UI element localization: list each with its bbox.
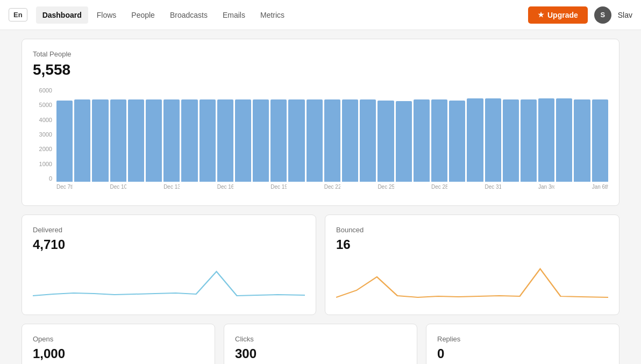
x-label-14 [307,184,323,190]
delivered-card: Delivered 4,710 [22,215,316,315]
bar-2[interactable] [92,99,108,182]
y-axis-label: 3000 [33,131,52,138]
total-people-label: Total People [33,50,608,58]
delivered-chart [33,261,305,304]
x-label-7 [181,184,197,190]
bar-10[interactable] [235,99,251,182]
delivered-label: Delivered [33,226,305,234]
upgrade-button[interactable]: ★ Upgrade [528,6,588,24]
x-label-8 [200,184,216,190]
bounced-chart [336,261,608,304]
x-label-4 [128,184,144,190]
x-label-19 [396,184,412,190]
avatar-name: Slav [618,11,632,19]
x-label-1 [74,184,90,190]
x-label-28 [556,184,572,190]
x-label-26 [521,184,537,190]
x-label-29 [574,184,590,190]
x-label-9: Dec 16th [217,184,233,190]
x-label-17 [360,184,376,190]
bar-3[interactable] [110,99,126,182]
x-label-5 [146,184,162,190]
bars-and-labels: Dec 7thDec 10thDec 13thDec 16thDec 19thD… [56,87,608,195]
bar-14[interactable] [307,99,323,182]
bar-4[interactable] [128,99,144,182]
bounced-card: Bounced 16 [325,215,619,315]
x-label-18: Dec 25th [378,184,394,190]
replies-label: Replies [437,335,608,343]
clicks-card: Clicks 300 [224,324,417,364]
x-label-22 [449,184,465,190]
x-label-12: Dec 19th [270,184,287,190]
star-icon: ★ [538,11,544,19]
bar-8[interactable] [200,99,216,182]
y-axis-label: 0 [33,175,52,182]
top-nav: En Dashboard Flows People Broadcasts Ema… [0,0,641,30]
delivered-value: 4,710 [33,237,305,252]
metrics-row-1: Delivered 4,710 Bounced 16 [22,215,619,324]
bar-0[interactable] [56,101,73,182]
bar-22[interactable] [449,101,465,182]
x-label-10 [235,184,251,190]
x-label-2 [92,184,108,190]
bounced-value: 16 [336,237,608,252]
bar-20[interactable] [414,99,430,182]
bar-1[interactable] [74,99,90,182]
total-people-card: Total People 5,558 010002000300040005000… [22,39,619,206]
total-people-value: 5,558 [33,61,608,78]
bar-16[interactable] [342,99,358,182]
bar-19[interactable] [396,101,412,182]
bar-9[interactable] [217,99,233,182]
bar-29[interactable] [574,99,590,182]
bar-25[interactable] [503,99,519,182]
bar-23[interactable] [467,98,483,182]
x-label-11 [253,184,269,190]
x-label-15: Dec 22nd [324,184,340,190]
avatar: S [594,6,611,24]
x-label-16 [342,184,358,190]
replies-value: 0 [437,346,608,361]
nav-item-dashboard[interactable]: Dashboard [36,6,88,24]
nav-items: Dashboard Flows People Broadcasts Emails… [36,6,528,24]
bar-26[interactable] [521,99,537,182]
replies-card: Replies 0 [426,324,619,364]
nav-item-metrics[interactable]: Metrics [254,6,291,24]
y-axis-label: 6000 [33,87,52,94]
bar-5[interactable] [146,99,162,182]
bar-13[interactable] [288,99,304,182]
language-selector[interactable]: En [9,8,27,22]
nav-item-people[interactable]: People [125,6,161,24]
x-label-3: Dec 10th [110,184,126,190]
bar-21[interactable] [431,99,447,182]
x-label-6: Dec 13th [163,184,180,190]
y-axis-label: 2000 [33,146,52,152]
y-axis-label: 4000 [33,117,52,123]
bar-24[interactable] [485,98,501,182]
nav-item-emails[interactable]: Emails [216,6,252,24]
bar-17[interactable] [360,99,376,182]
bar-6[interactable] [163,99,180,182]
bar-28[interactable] [556,98,572,182]
nav-item-flows[interactable]: Flows [90,6,123,24]
opens-value: 1,000 [33,346,204,361]
bar-11[interactable] [253,99,269,182]
x-label-20 [414,184,430,190]
y-axis: 0100020003000400050006000 [33,87,52,195]
bar-27[interactable] [538,98,554,182]
opens-card: Opens 1,000 [22,324,215,364]
nav-item-broadcasts[interactable]: Broadcasts [163,6,214,24]
x-label-23 [467,184,483,190]
x-label-24: Dec 31st [485,184,501,190]
bar-30[interactable] [592,99,608,182]
bar-15[interactable] [324,99,340,182]
metrics-row-2: Opens 1,000 Clicks 300 Replies 0 [22,324,619,364]
bar-18[interactable] [378,101,394,182]
bar-12[interactable] [270,99,287,182]
x-labels: Dec 7thDec 10thDec 13thDec 16thDec 19thD… [56,184,608,190]
clicks-value: 300 [235,346,406,361]
x-label-13 [288,184,304,190]
y-axis-label: 5000 [33,102,52,108]
clicks-label: Clicks [235,335,406,343]
y-axis-label: 1000 [33,161,52,167]
bar-7[interactable] [181,99,197,182]
